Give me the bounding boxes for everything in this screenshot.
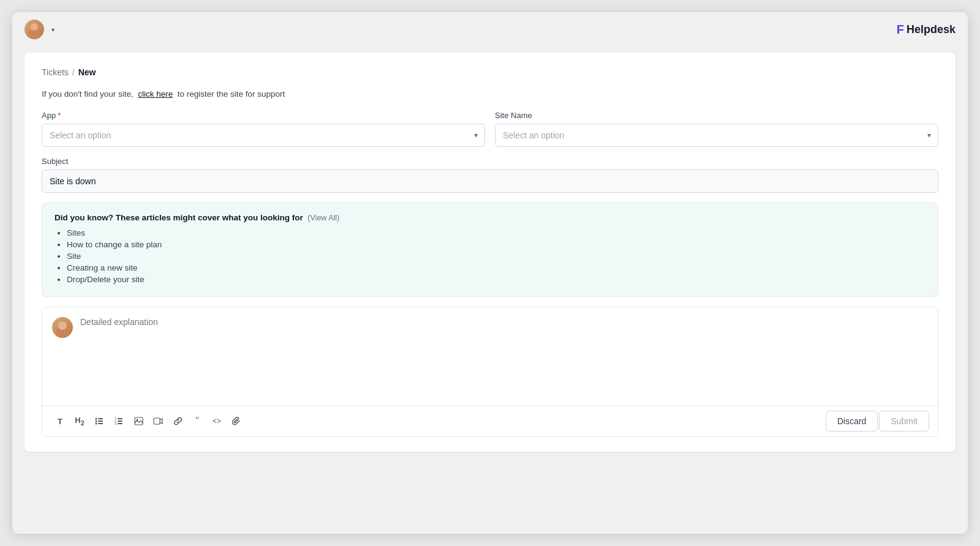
click-here-link[interactable]: click here xyxy=(138,89,173,99)
toolbar-unordered-list-button[interactable] xyxy=(90,413,108,430)
toolbar-video-button[interactable] xyxy=(149,413,167,430)
svg-rect-3 xyxy=(98,421,103,422)
app-label-text: App xyxy=(42,111,56,120)
message-avatar xyxy=(52,317,73,338)
list-item[interactable]: Drop/Delete your site xyxy=(67,275,925,284)
suggestions-title: Did you know? These articles might cover… xyxy=(55,213,925,222)
site-name-select-wrapper: Select an option ▾ xyxy=(495,124,938,147)
suggestions-prefix: Did you know? These articles might cover… xyxy=(55,213,303,222)
editor-toolbar: T H2 1.2.3. xyxy=(42,405,938,436)
site-name-select[interactable]: Select an option xyxy=(495,124,938,147)
site-name-field-group: Site Name Select an option ▾ xyxy=(495,111,938,147)
svg-rect-9 xyxy=(118,421,123,422)
app-container: ▾ F Helpdesk Tickets / New If you don't … xyxy=(12,12,968,534)
toolbar-ordered-list-button[interactable]: 1.2.3. xyxy=(110,413,128,430)
breadcrumb-current: New xyxy=(78,67,96,77)
info-prefix: If you don't find your site, xyxy=(42,89,134,99)
app-label: App * xyxy=(42,111,485,120)
svg-point-4 xyxy=(96,423,97,425)
main-content: Tickets / New If you don't find your sit… xyxy=(12,47,968,464)
list-item[interactable]: How to change a site plan xyxy=(67,240,925,249)
breadcrumb: Tickets / New xyxy=(42,67,938,77)
site-name-label-text: Site Name xyxy=(495,111,532,120)
subject-label-text: Subject xyxy=(42,157,68,166)
app-select-wrapper: Select an option ▾ xyxy=(42,124,485,147)
subject-input[interactable] xyxy=(42,170,938,193)
avatar[interactable] xyxy=(24,20,44,39)
toolbar-text-button[interactable]: T xyxy=(51,413,69,430)
site-name-label: Site Name xyxy=(495,111,938,120)
svg-point-0 xyxy=(96,418,97,420)
toolbar-blockquote-button[interactable]: " xyxy=(188,413,206,430)
app-select[interactable]: Select an option xyxy=(42,124,485,147)
subject-label: Subject xyxy=(42,157,938,166)
info-text: If you don't find your site, click here … xyxy=(42,89,938,99)
breadcrumb-parent[interactable]: Tickets xyxy=(42,67,69,77)
chevron-down-icon[interactable]: ▾ xyxy=(48,24,58,34)
suggestion-list: Sites How to change a site plan Site Cre… xyxy=(55,228,925,284)
info-suffix: to register the site for support xyxy=(178,89,285,99)
message-area: T H2 1.2.3. xyxy=(42,307,938,437)
breadcrumb-separator: / xyxy=(72,67,75,77)
helpdesk-logo: F Helpdesk xyxy=(897,23,956,37)
list-item[interactable]: Site xyxy=(67,252,925,261)
svg-rect-5 xyxy=(98,423,103,424)
required-star: * xyxy=(58,111,61,120)
svg-rect-1 xyxy=(98,418,103,419)
svg-rect-11 xyxy=(118,423,123,424)
list-item[interactable]: Sites xyxy=(67,228,925,237)
form-card: Tickets / New If you don't find your sit… xyxy=(24,53,956,452)
svg-point-2 xyxy=(96,421,97,422)
view-all-link[interactable]: (View All) xyxy=(307,214,339,222)
toolbar-code-button[interactable]: <> xyxy=(208,413,226,430)
svg-rect-7 xyxy=(118,418,123,419)
message-input[interactable] xyxy=(80,317,928,395)
app-sitename-row: App * Select an option ▾ Site Name xyxy=(42,111,938,147)
svg-text:3.: 3. xyxy=(115,422,117,425)
toolbar-image-button[interactable] xyxy=(129,413,148,430)
svg-rect-12 xyxy=(135,417,143,425)
subject-group: Subject xyxy=(42,157,938,193)
app-field-group: App * Select an option ▾ xyxy=(42,111,485,147)
toolbar-link-button[interactable] xyxy=(168,413,187,430)
svg-rect-14 xyxy=(154,418,160,424)
logo-icon: F xyxy=(897,23,904,37)
header: ▾ F Helpdesk xyxy=(12,12,968,47)
toolbar-heading2-button[interactable]: H2 xyxy=(70,413,89,430)
logo-text: Helpdesk xyxy=(907,23,956,36)
message-body xyxy=(42,307,938,405)
suggestions-box: Did you know? These articles might cover… xyxy=(42,203,938,297)
submit-button[interactable]: Submit xyxy=(879,411,929,432)
header-left: ▾ xyxy=(24,20,58,39)
discard-button[interactable]: Discard xyxy=(826,411,878,432)
list-item[interactable]: Creating a new site xyxy=(67,263,925,272)
toolbar-attachment-button[interactable] xyxy=(227,413,246,430)
